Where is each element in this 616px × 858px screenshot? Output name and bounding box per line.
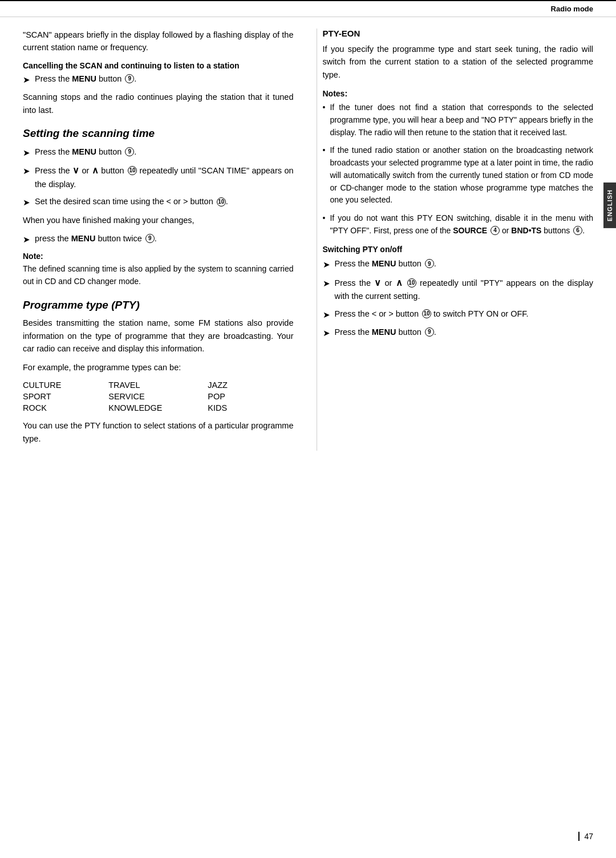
- menu-bold-sw1: MENU: [372, 259, 396, 268]
- setting-step1-text: Press the MENU button 9.: [35, 145, 294, 158]
- setting-note: Note: The defined scanning time is also …: [23, 252, 294, 288]
- pty-sport: SPORT: [23, 391, 108, 402]
- table-row: CULTURE TRAVEL JAZZ: [23, 379, 294, 391]
- circle-10b: 10: [217, 197, 226, 207]
- menu-bold-sw4: MENU: [372, 327, 396, 337]
- circle-9: 9: [125, 74, 134, 83]
- right-column: PTY-EON If you specify the programme typ…: [317, 29, 594, 451]
- pty-desc1: Besides transmitting the station name, s…: [23, 317, 294, 355]
- setting-step2: ➤ Press the ∨ or ∧ button 10 repeatedly …: [23, 164, 294, 191]
- list-item-text: If the tuner does not find a station tha…: [330, 102, 593, 139]
- setting-section: Setting the scanning time ➤ Press the ME…: [23, 127, 294, 288]
- pty-culture: CULTURE: [23, 379, 108, 391]
- pty-rock: ROCK: [23, 402, 108, 414]
- pty-eon-heading: PTY-EON: [323, 29, 594, 38]
- circle-9c: 9: [145, 234, 155, 243]
- pty-section: Programme type (PTY) Besides transmittin…: [23, 298, 294, 446]
- switch-step2: ➤ Press the ∨ or ∧ 10 repeatedly until "…: [323, 276, 594, 303]
- list-item: If the tuned radio station or another st…: [323, 144, 594, 206]
- menu-bold-3: MENU: [71, 234, 96, 243]
- source-bold: SOURCE: [453, 226, 487, 235]
- pty-desc2: For example, the programme types can be:: [23, 361, 294, 374]
- pty-eon-desc: If you specify the programme type and st…: [323, 43, 594, 81]
- pty-jazz: JAZZ: [208, 379, 293, 391]
- cancel-step1: ➤ Press the MENU button 9.: [23, 72, 294, 86]
- cancel-desc: Scanning stops and the radio continues p…: [23, 91, 294, 116]
- setting-final-step: ➤ press the MENU button twice 9.: [23, 232, 294, 246]
- page-footer: 47: [578, 832, 593, 841]
- switching-section: Switching PTY on/off ➤ Press the MENU bu…: [323, 245, 594, 339]
- circle-10-sw: 10: [407, 278, 416, 288]
- table-row: SPORT SERVICE POP: [23, 391, 294, 402]
- circle-9-sw4: 9: [425, 327, 434, 337]
- arrow-icon: ➤: [23, 146, 30, 159]
- pty-heading: Programme type (PTY): [23, 298, 294, 313]
- note-text: The defined scanning time is also applie…: [23, 263, 294, 288]
- setting-heading: Setting the scanning time: [23, 127, 294, 141]
- pty-table-body: CULTURE TRAVEL JAZZ SPORT SERVICE POP RO…: [23, 379, 294, 414]
- notes-title: Notes:: [323, 89, 594, 98]
- cancel-section: Cancelling the SCAN and continuing to li…: [23, 61, 294, 116]
- circle-9-sw1: 9: [425, 259, 434, 268]
- pty-desc3: You can use the PTY function to select s…: [23, 419, 294, 445]
- note-title: Note:: [23, 252, 294, 261]
- list-item-text: If you do not want this PTY EON switchin…: [330, 212, 593, 237]
- arrow-icon: ➤: [23, 73, 30, 86]
- up-arrow-sw: ∧: [396, 278, 403, 288]
- down-arrow: ∨: [72, 165, 79, 175]
- arrow-icon: ➤: [23, 164, 30, 177]
- pty-kids: KIDS: [208, 402, 293, 414]
- pty-service: SERVICE: [108, 391, 208, 402]
- circle-9b: 9: [125, 147, 134, 156]
- cancel-step1-text: Press the MENU button 9.: [35, 72, 294, 85]
- circle-6: 6: [573, 226, 582, 235]
- list-item-text: If the tuned radio station or another st…: [330, 144, 593, 206]
- list-item: If you do not want this PTY EON switchin…: [323, 212, 594, 237]
- header: Radio mode: [0, 1, 616, 17]
- switch-step3-text: Press the < or > button 10 to switch PTY…: [335, 307, 594, 320]
- switching-heading: Switching PTY on/off: [323, 245, 594, 254]
- pty-table: CULTURE TRAVEL JAZZ SPORT SERVICE POP RO…: [23, 379, 294, 414]
- switch-step4-text: Press the MENU button 9.: [335, 326, 594, 338]
- arrow-icon: ➤: [23, 233, 30, 246]
- bnd-bold: BND•TS: [511, 226, 541, 235]
- switch-step2-text: Press the ∨ or ∧ 10 repeatedly until "PT…: [335, 276, 594, 303]
- pty-pop: POP: [208, 391, 293, 402]
- pty-travel: TRAVEL: [108, 379, 208, 391]
- notes-list: If the tuner does not find a station tha…: [323, 102, 594, 237]
- arrow-icon: ➤: [323, 258, 330, 271]
- switch-step4: ➤ Press the MENU button 9.: [323, 326, 594, 339]
- switch-step3: ➤ Press the < or > button 10 to switch P…: [323, 307, 594, 321]
- left-column: "SCAN" appears briefly in the display fo…: [23, 29, 299, 451]
- setting-step3-text: Set the desired scan time using the < or…: [35, 195, 294, 208]
- pty-eon-section: PTY-EON If you specify the programme typ…: [323, 29, 594, 237]
- down-arrow-sw: ∨: [374, 278, 381, 288]
- setting-step2-text: Press the ∨ or ∧ button 10 repeatedly un…: [35, 164, 294, 191]
- intro-text: "SCAN" appears briefly in the display fo…: [23, 29, 294, 54]
- circle-4: 4: [491, 226, 500, 235]
- arrow-icon: ➤: [23, 196, 30, 209]
- setting-step1: ➤ Press the MENU button 9.: [23, 145, 294, 159]
- pty-knowledge: KNOWLEDGE: [108, 402, 208, 414]
- cancel-heading: Cancelling the SCAN and continuing to li…: [23, 61, 294, 70]
- setting-final-text: press the MENU button twice 9.: [35, 232, 294, 245]
- page: Radio mode ENGLISH "SCAN" appears briefl…: [0, 0, 616, 858]
- up-arrow: ∧: [92, 165, 99, 175]
- circle-10: 10: [128, 166, 137, 175]
- arrow-icon: ➤: [323, 308, 330, 321]
- menu-bold: MENU: [72, 74, 96, 83]
- list-item: If the tuner does not find a station tha…: [323, 102, 594, 139]
- when-text: When you have finished making your chang…: [23, 214, 294, 226]
- arrow-icon: ➤: [323, 326, 330, 339]
- page-number: 47: [584, 832, 593, 841]
- english-tab: ENGLISH: [603, 183, 616, 228]
- arrow-icon: ➤: [323, 277, 330, 290]
- circle-10-sw2: 10: [422, 309, 431, 318]
- switch-step1-text: Press the MENU button 9.: [335, 257, 594, 270]
- menu-bold-2: MENU: [72, 147, 96, 156]
- switch-step1: ➤ Press the MENU button 9.: [323, 257, 594, 271]
- content-area: "SCAN" appears briefly in the display fo…: [0, 17, 616, 462]
- table-row: ROCK KNOWLEDGE KIDS: [23, 402, 294, 414]
- setting-step3: ➤ Set the desired scan time using the < …: [23, 195, 294, 209]
- header-title: Radio mode: [551, 5, 593, 13]
